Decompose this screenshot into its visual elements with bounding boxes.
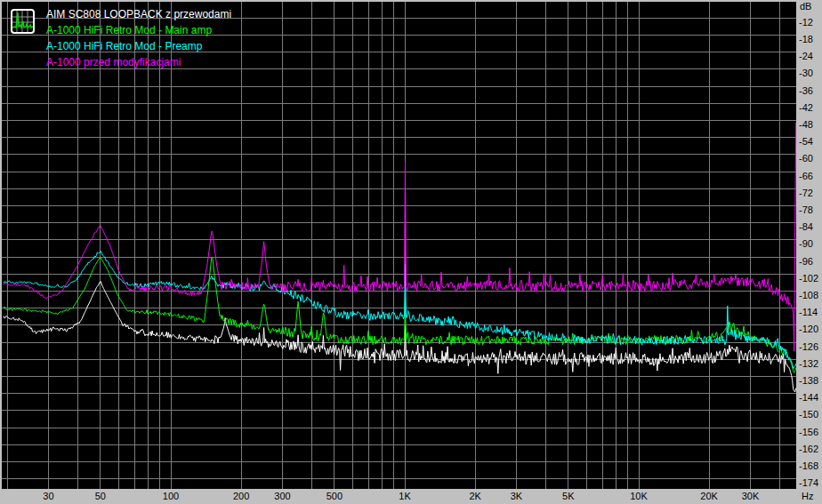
legend-item-label: A-1000 HiFi Retro Mod - Main amp	[46, 24, 212, 36]
y-axis-unit-label: dB	[800, 1, 811, 12]
y-tick-label: -144	[799, 392, 822, 403]
x-tick-label: 500	[326, 491, 342, 502]
y-tick-label: -30	[799, 68, 822, 78]
y-tick-label: -12	[799, 17, 822, 28]
y-tick-label: -132	[799, 358, 822, 369]
x-tick-label: 20K	[700, 491, 718, 502]
y-tick-label: -126	[799, 341, 822, 352]
y-tick-label: -78	[799, 204, 822, 215]
y-tick-label: -90	[799, 238, 822, 249]
x-tick-label: 50	[95, 491, 106, 502]
spectrum-icon-glyph	[12, 11, 33, 32]
legend-item-label: A-1000 przed modyfikacjami	[46, 56, 181, 68]
legend-item-main-amp: A-1000 HiFi Retro Mod - Main amp	[46, 24, 212, 36]
x-tick-label: 10K	[630, 491, 648, 502]
y-tick-label: -162	[799, 444, 822, 454]
y-tick-label: -48	[799, 119, 822, 130]
x-tick-label: 2K	[469, 491, 480, 502]
legend-item-preamp: A-1000 HiFi Retro Mod - Preamp	[46, 40, 202, 52]
y-tick-label: -18	[799, 34, 822, 44]
x-tick-label: 100	[163, 491, 179, 502]
y-tick-label: -54	[799, 136, 822, 147]
y-tick-label: -66	[799, 171, 822, 181]
y-tick-label: -114	[799, 307, 822, 317]
spectrum-plot	[2, 2, 796, 489]
y-tick-label: -156	[799, 427, 822, 437]
spectrum-analyzer-window: AIM SC808 LOOPBACK z przewodami A-1000 H…	[0, 0, 822, 504]
y-tick-label: -84	[799, 221, 822, 232]
y-tick-label: -138	[799, 375, 822, 386]
legend-item-label: AIM SC808 LOOPBACK z przewodami	[46, 8, 231, 20]
y-tick-label: -168	[799, 460, 822, 471]
x-tick-label: 200	[233, 491, 249, 502]
grid-lines	[2, 2, 796, 489]
x-tick-label: 300	[274, 491, 290, 502]
y-tick-label: -108	[799, 290, 822, 300]
x-tick-label: 30K	[742, 491, 760, 502]
spectrum-icon[interactable]	[11, 9, 35, 34]
y-tick-label: -36	[799, 85, 822, 96]
y-tick-label: -102	[799, 273, 822, 284]
x-tick-label: 30	[43, 491, 53, 502]
legend-item-label: A-1000 HiFi Retro Mod - Preamp	[46, 40, 202, 52]
x-tick-label: 3K	[511, 491, 522, 502]
y-tick-label: -120	[799, 324, 822, 334]
y-tick-label: -42	[799, 102, 822, 113]
y-tick-label: -24	[799, 51, 822, 61]
y-tick-label: -174	[799, 477, 822, 488]
y-tick-label: -72	[799, 188, 822, 198]
legend-item-przed-mod: A-1000 przed modyfikacjami	[46, 56, 181, 68]
x-tick-label: 1K	[399, 491, 410, 502]
x-axis-unit-label: Hz	[802, 491, 813, 501]
y-tick-label: -96	[799, 256, 822, 267]
spectrum-canvas	[2, 2, 796, 489]
y-tick-label: -60	[799, 153, 822, 164]
x-tick-label: 5K	[562, 491, 574, 502]
legend-item-loopback: AIM SC808 LOOPBACK z przewodami	[46, 8, 231, 20]
y-tick-label: -150	[799, 409, 822, 420]
